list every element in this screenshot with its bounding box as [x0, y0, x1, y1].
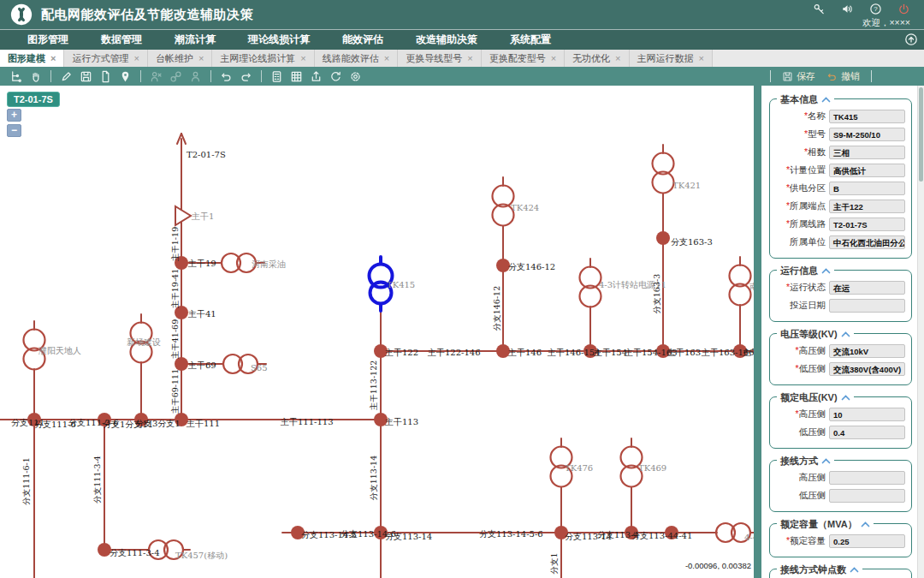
- field-input-低压侧[interactable]: 0.4: [829, 426, 905, 439]
- export-tool-button[interactable]: [306, 69, 326, 85]
- field-input-运行状态[interactable]: 在运: [829, 281, 905, 295]
- zoom-out-button[interactable]: −: [7, 124, 21, 137]
- tab-close-icon[interactable]: ×: [50, 54, 56, 63]
- pan-tool-button[interactable]: [26, 69, 45, 85]
- menu-item-潮流计算[interactable]: 潮流计算: [175, 33, 216, 47]
- menu-item-数据管理[interactable]: 数据管理: [101, 33, 142, 47]
- field-input-高压侧[interactable]: 交流10kV: [829, 344, 905, 358]
- save-button[interactable]: 保存: [782, 70, 815, 83]
- save-tool-button[interactable]: [76, 69, 96, 85]
- tab-线路能效评估[interactable]: 线路能效评估×: [315, 50, 398, 67]
- scrollbar-thumb[interactable]: [919, 87, 923, 182]
- field-row: 低压侧: [776, 489, 905, 503]
- field-label: *名称: [776, 110, 826, 122]
- field-input-计量位置[interactable]: 高供低计: [829, 164, 905, 177]
- field-row: *运行状态在运: [776, 281, 905, 295]
- field-input-名称[interactable]: TK415: [829, 110, 905, 123]
- tab-close-icon[interactable]: ×: [384, 54, 389, 63]
- diagram-label: 主干122: [384, 348, 418, 357]
- collapse-caret-icon[interactable]: [850, 567, 859, 573]
- tab-图形建模[interactable]: 图形建模×: [0, 50, 64, 67]
- divider: [210, 70, 211, 82]
- sound-icon[interactable]: [841, 3, 854, 15]
- undo-tool-button[interactable]: [216, 69, 236, 85]
- diagram-label-rotated: 主干113-122: [369, 361, 378, 410]
- tab-close-icon[interactable]: ×: [467, 54, 472, 63]
- tab-主网运行数据[interactable]: 主网运行数据×: [630, 50, 713, 67]
- document-tool-button[interactable]: [96, 69, 116, 85]
- field-input-低压侧[interactable]: [829, 489, 905, 503]
- diagram-label-rotated: 分支163-3: [652, 274, 661, 314]
- tab-close-icon[interactable]: ×: [551, 54, 556, 63]
- refresh-tool-button[interactable]: [326, 69, 346, 85]
- panel-splitter[interactable]: [754, 86, 761, 578]
- user-tool-button[interactable]: [186, 69, 205, 85]
- collapse-caret-icon[interactable]: [861, 521, 870, 527]
- section-title: 基本信息: [777, 93, 834, 106]
- collapse-caret-icon[interactable]: [821, 97, 831, 103]
- cursor-coordinates: -0.00096, 0.00382: [685, 561, 751, 570]
- tab-close-icon[interactable]: ×: [300, 54, 305, 63]
- menu-item-理论线损计算[interactable]: 理论线损计算: [248, 33, 310, 47]
- tab-close-icon[interactable]: ×: [699, 54, 704, 63]
- tree-tool-button[interactable]: [6, 69, 26, 85]
- required-asterisk: *: [786, 535, 790, 545]
- field-input-相数[interactable]: 三相: [829, 146, 905, 159]
- section-title-label: 额定电压(KV): [780, 391, 838, 404]
- field-input-供电分区[interactable]: B: [829, 182, 905, 195]
- user-remove-tool-button[interactable]: [146, 69, 166, 85]
- tab-close-icon[interactable]: ×: [133, 54, 139, 63]
- field-input-高压侧[interactable]: 10: [829, 408, 905, 421]
- pin-tool-button[interactable]: [116, 69, 135, 85]
- key-icon[interactable]: [813, 3, 826, 15]
- tab-台帐维护[interactable]: 台帐维护×: [148, 50, 212, 67]
- tab-更换配变型号[interactable]: 更换配变型号×: [482, 50, 565, 67]
- tab-运行方式管理[interactable]: 运行方式管理×: [64, 50, 147, 67]
- menu-item-能效评估[interactable]: 能效评估: [342, 33, 383, 47]
- panel-scrollbar[interactable]: [917, 86, 924, 578]
- redo-tool-button[interactable]: [236, 69, 256, 85]
- field-input-型号[interactable]: S9-M-250/10: [829, 128, 905, 141]
- tab-无功优化[interactable]: 无功优化×: [565, 50, 629, 67]
- collapse-caret-icon[interactable]: [841, 331, 850, 337]
- diagram-node[interactable]: [656, 231, 670, 245]
- tab-close-icon[interactable]: ×: [615, 54, 620, 63]
- help-icon[interactable]: ?: [869, 3, 882, 15]
- menu-item-图形管理[interactable]: 图形管理: [27, 33, 68, 47]
- required-asterisk: *: [786, 182, 790, 193]
- collapse-caret-icon[interactable]: [821, 458, 831, 464]
- tab-更换导线型号[interactable]: 更换导线型号×: [398, 50, 481, 67]
- field-input-所属端点[interactable]: 主干122: [829, 200, 905, 213]
- tab-主网理论线损计算[interactable]: 主网理论线损计算×: [212, 50, 314, 67]
- power-icon[interactable]: [897, 3, 910, 15]
- field-input-所属线路[interactable]: T2-01-7S: [829, 217, 905, 231]
- breaker-triangle-icon[interactable]: [175, 206, 191, 225]
- field-input-投运日期[interactable]: [829, 299, 905, 313]
- collapse-caret-icon[interactable]: [821, 268, 831, 274]
- field-input-额定容量[interactable]: 0.25: [829, 534, 905, 548]
- diagram-label: T2-01-7S: [187, 150, 226, 159]
- undo-icon: [826, 71, 838, 82]
- zoom-in-button[interactable]: +: [7, 109, 21, 122]
- tab-close-icon[interactable]: ×: [198, 54, 204, 63]
- calc-tool-button[interactable]: [267, 69, 287, 85]
- divider: [140, 70, 141, 82]
- diagram-label: S65: [251, 363, 268, 372]
- pencil-tool-button[interactable]: [56, 69, 76, 85]
- undo-button[interactable]: 撤销: [826, 70, 860, 83]
- collapse-up-icon[interactable]: [904, 33, 918, 46]
- diagram-label: 主干41: [187, 309, 216, 319]
- diagram-label: 主干69: [187, 361, 216, 370]
- network-diagram[interactable]: T2-01-7S主干1主干19主干41主干69主干111分支111分支111-6…: [0, 86, 754, 578]
- menu-item-系统配置[interactable]: 系统配置: [510, 33, 551, 47]
- diagram-canvas[interactable]: T2-01-7S主干1主干19主干41主干69主干111分支111分支111-6…: [0, 86, 754, 578]
- diagram-label: 河南采油: [252, 259, 286, 269]
- collapse-caret-icon[interactable]: [841, 395, 850, 401]
- menu-item-改造辅助决策[interactable]: 改造辅助决策: [416, 33, 477, 47]
- grid-tool-button[interactable]: [287, 69, 306, 85]
- settings-tool-button[interactable]: [346, 69, 365, 85]
- field-input-所属单位[interactable]: 中石化西北油田分公司: [829, 235, 905, 249]
- field-input-低压侧[interactable]: 交流380V(含400V): [829, 362, 905, 376]
- link-tool-button[interactable]: [166, 69, 186, 85]
- field-input-高压侧[interactable]: [829, 471, 905, 485]
